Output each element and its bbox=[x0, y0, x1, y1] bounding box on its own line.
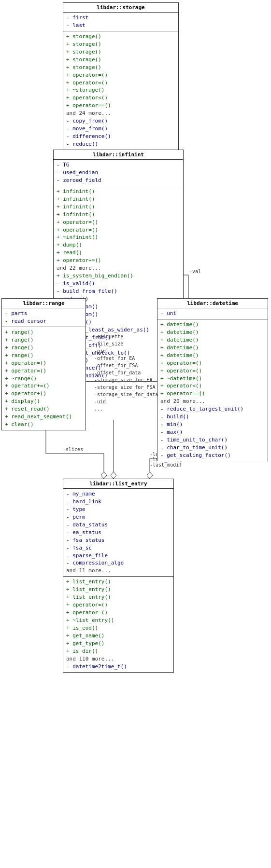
im-7: + dump() bbox=[57, 241, 180, 249]
lem-0: + list_entry() bbox=[66, 578, 171, 586]
mfl-3: -offset_for_EA bbox=[94, 355, 158, 362]
if-0: - TG bbox=[57, 161, 180, 169]
lef-2: - type bbox=[66, 506, 171, 513]
lem-4: + operator=() bbox=[66, 609, 171, 617]
sm-13: - difference() bbox=[66, 133, 175, 140]
list-entry-title: libdar::list_entry bbox=[63, 479, 173, 489]
dtm-2: + datetime() bbox=[160, 336, 265, 344]
rf-1: - read_cursor bbox=[5, 317, 83, 325]
dtm-16: - char_to_time_unit() bbox=[160, 444, 265, 452]
mfl-7: -storage_size_for_FSA bbox=[94, 384, 158, 391]
dtm-6: + operator=() bbox=[160, 367, 265, 375]
im-3: + infinint() bbox=[57, 211, 180, 219]
sm-10: and 24 more... bbox=[66, 110, 175, 117]
rm-12: + clear() bbox=[5, 421, 83, 428]
dtm-0: + datetime() bbox=[160, 321, 265, 329]
sm-12: - move_from() bbox=[66, 125, 175, 133]
mfl-8: -storage_size_for_data bbox=[94, 391, 158, 398]
sm-7: + ~storage() bbox=[66, 86, 175, 94]
im-11: + is_system_big_endian() bbox=[57, 272, 180, 280]
lem-9: + is_dir() bbox=[66, 648, 171, 655]
lem-6: + is_eod() bbox=[66, 624, 171, 632]
rm-6: + ~range() bbox=[5, 375, 83, 383]
range-fields: - parts - read_cursor bbox=[2, 308, 86, 327]
datetime-fields: - uni bbox=[157, 308, 268, 319]
mfl-9: -uid bbox=[94, 398, 158, 405]
rm-10: + reset_read() bbox=[5, 405, 83, 413]
sm-6: + operator=() bbox=[66, 79, 175, 87]
lef-4: - data_status bbox=[66, 521, 171, 529]
sm-4: + storage() bbox=[66, 64, 175, 71]
lem-8: + get_type() bbox=[66, 640, 171, 648]
range-title: libdar::range bbox=[2, 299, 86, 308]
val-label: -val bbox=[189, 269, 201, 274]
dtf-0: - uni bbox=[160, 310, 265, 317]
mfl-0: -etiquette bbox=[94, 333, 158, 340]
lem-11: - datetime2time_t() bbox=[66, 663, 171, 671]
lef-8: - sparse_file bbox=[66, 552, 171, 560]
lef-1: - hard_link bbox=[66, 498, 171, 506]
storage-field-first: - first bbox=[66, 14, 175, 22]
dtm-5: + operator=() bbox=[160, 359, 265, 367]
lef-9: - compression_algo bbox=[66, 559, 171, 567]
svg-marker-9 bbox=[101, 472, 107, 479]
mfl-5: -offset_for_data bbox=[94, 369, 158, 376]
rm-4: + operator=() bbox=[5, 359, 83, 367]
sm-5: + operator=() bbox=[66, 71, 175, 79]
mfl-1: -file_size bbox=[94, 340, 158, 347]
sm-9: + operator==() bbox=[66, 102, 175, 110]
dtm-11: - reduce_to_largest_unit() bbox=[160, 405, 265, 413]
im-4: + operator=() bbox=[57, 219, 180, 226]
middle-fields-labels: -etiquette -file_size -gid -offset_for_E… bbox=[94, 333, 158, 413]
sm-3: + storage() bbox=[66, 56, 175, 64]
last-modif-label: -last_modif bbox=[150, 462, 182, 468]
lef-10: and 11 more... bbox=[66, 567, 171, 575]
datetime-methods: + datetime() + datetime() + datetime() +… bbox=[157, 319, 268, 461]
lem-10: and 110 more... bbox=[66, 655, 171, 663]
dtm-1: + datetime() bbox=[160, 329, 265, 336]
storage-title: libdar::storage bbox=[63, 3, 178, 13]
rm-2: + range() bbox=[5, 344, 83, 352]
sm-8: + operator<() bbox=[66, 94, 175, 102]
list-entry-methods: + list_entry() + list_entry() + list_ent… bbox=[63, 577, 173, 672]
im-13: - build_from_file() bbox=[57, 288, 180, 295]
im-2: + infinint() bbox=[57, 203, 180, 211]
mfl-4: -offset_for_FSA bbox=[94, 362, 158, 369]
dtm-10: and 20 more... bbox=[160, 398, 265, 405]
slices-label: -slices bbox=[63, 447, 83, 452]
dtm-13: - min() bbox=[160, 421, 265, 428]
lem-3: + operator=() bbox=[66, 601, 171, 609]
lef-5: - ea_status bbox=[66, 529, 171, 537]
lem-2: + list_entry() bbox=[66, 593, 171, 601]
im-0: + infinint() bbox=[57, 188, 180, 195]
rm-11: + read_next_segment() bbox=[5, 413, 83, 421]
sm-1: + storage() bbox=[66, 41, 175, 48]
svg-marker-15 bbox=[147, 472, 153, 479]
if-1: - used_endian bbox=[57, 169, 180, 177]
mfl-6: -storage_size_for_EA bbox=[94, 376, 158, 384]
dtm-3: + datetime() bbox=[160, 344, 265, 352]
storage-fields: - first - last bbox=[63, 13, 178, 31]
im-10: and 22 more... bbox=[57, 264, 180, 272]
lef-7: - fsa_sc bbox=[66, 544, 171, 552]
lef-3: - perm bbox=[66, 513, 171, 521]
lef-0: - my_name bbox=[66, 490, 171, 498]
dtm-17: - get_scaling_factor() bbox=[160, 452, 265, 459]
lem-1: + list_entry() bbox=[66, 586, 171, 593]
rm-1: + range() bbox=[5, 336, 83, 344]
rm-5: + operator=() bbox=[5, 367, 83, 375]
lef-6: - fsa_status bbox=[66, 537, 171, 544]
im-8: + read() bbox=[57, 249, 180, 257]
svg-marker-11 bbox=[111, 472, 116, 479]
rm-3: + range() bbox=[5, 352, 83, 359]
dtm-4: + datetime() bbox=[160, 352, 265, 359]
if-2: - zeroed_field bbox=[57, 177, 180, 184]
im-5: + operator=() bbox=[57, 226, 180, 234]
lem-5: + ~list_entry() bbox=[66, 617, 171, 624]
storage-field-last: - last bbox=[66, 22, 175, 29]
mfl-2: -gid bbox=[94, 347, 158, 355]
rm-7: + operator+=() bbox=[5, 382, 83, 390]
infinint-title: libdar::infinint bbox=[54, 150, 183, 160]
range-methods: + range() + range() + range() + range() … bbox=[2, 327, 86, 430]
rm-0: + range() bbox=[5, 329, 83, 336]
